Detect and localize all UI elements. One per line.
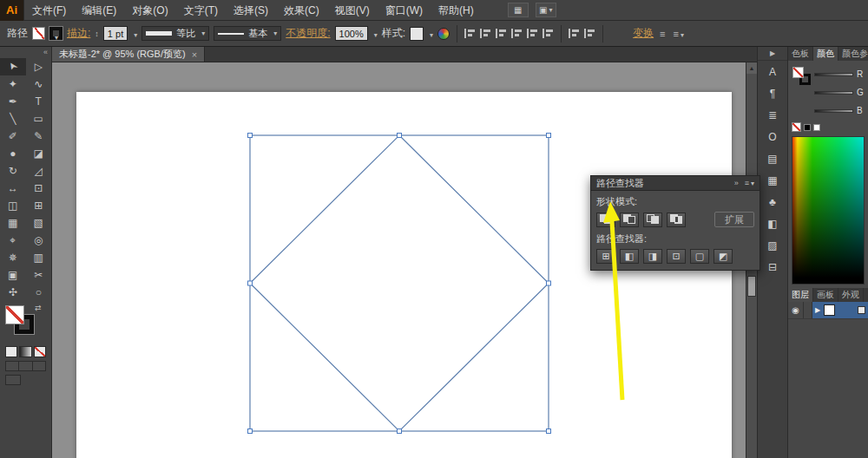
blob-brush-tool[interactable]: ●	[0, 145, 26, 162]
menu-item-file[interactable]: 文件(F)	[24, 0, 74, 21]
stroke-weight-spinner-icon[interactable]: ↕	[95, 29, 99, 38]
black-swatch[interactable]	[804, 124, 811, 131]
minus-back-button[interactable]: ◩	[713, 249, 733, 264]
menu-item-help[interactable]: 帮助(H)	[431, 0, 482, 21]
arrange-documents-icon[interactable]: ▦	[508, 3, 529, 17]
style-swatch[interactable]	[410, 27, 424, 41]
draw-normal-icon[interactable]	[6, 362, 19, 370]
symbol-sprayer-tool[interactable]: ✵	[0, 249, 26, 266]
draw-inside-icon[interactable]	[33, 362, 45, 370]
intersect-button[interactable]	[643, 213, 662, 227]
brushes-panel-icon[interactable]: ▨	[758, 234, 787, 256]
menu-item-window[interactable]: 窗口(W)	[378, 0, 431, 21]
links-panel-icon[interactable]: ⊟	[758, 256, 787, 278]
mesh-tool[interactable]: ▦	[0, 214, 26, 232]
workspace-switcher-icon[interactable]: ▣	[536, 3, 556, 17]
hand-tool[interactable]: ✣	[0, 284, 26, 301]
recolor-artwork-icon[interactable]	[437, 28, 450, 40]
glyphs-panel-icon[interactable]: ≣	[758, 104, 787, 126]
column-graph-tool[interactable]: ▥	[26, 249, 52, 266]
menu-item-edit[interactable]: 编辑(E)	[74, 0, 124, 21]
shape-builder-tool[interactable]: ◫	[0, 197, 26, 214]
trim-button[interactable]: ◧	[620, 249, 639, 264]
tab-appearance[interactable]: 外观	[838, 288, 864, 302]
exclude-button[interactable]	[667, 213, 686, 227]
distribute-horizontal-icon[interactable]	[569, 29, 580, 38]
scrollbar-thumb[interactable]	[747, 276, 756, 297]
brush-definition-dropdown[interactable]: 基本	[214, 26, 281, 41]
color-mode-button[interactable]	[5, 346, 17, 357]
distribute-vertical-icon[interactable]	[584, 29, 595, 38]
free-transform-tool[interactable]: ⊡	[26, 180, 52, 197]
blue-slider[interactable]	[814, 109, 853, 113]
stroke-link[interactable]: 描边:	[67, 26, 90, 41]
panel-menu-icon[interactable]: ≡	[745, 179, 754, 187]
tab-color-guide[interactable]: 颜色参考	[838, 47, 868, 61]
fill-color-swatch[interactable]	[32, 27, 45, 40]
merge-button[interactable]: ◨	[643, 249, 662, 264]
stroke-weight-field[interactable]: 1 pt	[103, 26, 128, 41]
menu-item-object[interactable]: 对象(O)	[124, 0, 175, 21]
swap-fill-stroke-icon[interactable]: ⇄	[35, 304, 42, 312]
symbols-panel-icon[interactable]: ♣	[758, 191, 787, 213]
width-tool[interactable]: ↔	[0, 180, 26, 197]
expand-button[interactable]: 扩展	[714, 212, 754, 227]
appearance-panel-icon[interactable]: ▤	[758, 147, 787, 169]
align-top-icon[interactable]	[511, 29, 523, 38]
drawing-modes-button[interactable]	[5, 361, 46, 371]
dock-expand-icon[interactable]: ▶	[758, 47, 787, 61]
zoom-tool[interactable]: ○	[26, 284, 52, 301]
screen-mode-button[interactable]	[5, 375, 21, 385]
align-center-icon[interactable]	[480, 29, 491, 38]
layer-selected-area[interactable]: ▶	[812, 302, 868, 318]
white-swatch[interactable]	[813, 124, 820, 131]
align-left-icon[interactable]	[464, 29, 476, 38]
blend-tool[interactable]: ◎	[26, 232, 52, 249]
tools-collapse-icon[interactable]: «	[0, 47, 51, 58]
style-dropdown-icon[interactable]	[428, 28, 433, 40]
opacity-link[interactable]: 不透明度:	[286, 26, 330, 41]
slice-tool[interactable]: ✂	[26, 266, 52, 284]
rotate-tool[interactable]: ↻	[0, 162, 26, 180]
crop-button[interactable]: ⊡	[667, 249, 686, 264]
character-panel-icon[interactable]: A	[758, 61, 787, 82]
magic-wand-tool[interactable]: ✦	[0, 75, 26, 93]
tab-layers[interactable]: 图层	[788, 288, 813, 302]
unite-button[interactable]	[596, 213, 615, 227]
transparency-panel-icon[interactable]: ▦	[758, 169, 787, 191]
tab-close-icon[interactable]: ×	[192, 49, 197, 60]
type-tool[interactable]: T	[26, 93, 52, 110]
panel-collapse-icon[interactable]: »	[734, 179, 739, 187]
eyedropper-tool[interactable]: ⌖	[0, 232, 26, 249]
menu-item-effect[interactable]: 效果(C)	[276, 0, 327, 21]
layer-expand-icon[interactable]: ▶	[815, 306, 820, 314]
panel-fill-stroke[interactable]	[792, 65, 814, 101]
transform-link[interactable]: 变换	[633, 26, 654, 41]
draw-behind-icon[interactable]	[19, 362, 32, 370]
tab-color[interactable]: 颜色	[813, 47, 838, 61]
align-right-icon[interactable]	[496, 29, 507, 38]
direct-selection-tool[interactable]: ▷	[26, 58, 52, 75]
opacity-field[interactable]: 100%	[335, 26, 368, 41]
scale-tool[interactable]: ◿	[26, 162, 52, 180]
align-middle-icon[interactable]	[527, 29, 538, 38]
divide-button[interactable]: ⊞	[596, 249, 615, 264]
pencil-tool[interactable]: ✎	[26, 128, 52, 145]
none-swatch[interactable]	[792, 122, 801, 132]
scroll-up-icon[interactable]: ▲	[746, 62, 757, 74]
color-spectrum[interactable]	[792, 136, 865, 285]
document-tab[interactable]: 未标题-2* @ 95% (RGB/预览) ×	[52, 47, 205, 62]
stroke-color-swatch[interactable]	[49, 27, 62, 40]
panel-fill-swatch[interactable]	[792, 67, 804, 78]
eraser-tool[interactable]: ◪	[26, 145, 52, 162]
paintbrush-tool[interactable]: ✐	[0, 128, 26, 145]
width-profile-dropdown[interactable]: 等比	[141, 26, 209, 41]
menu-item-view[interactable]: 视图(V)	[327, 0, 378, 21]
rectangle-tool[interactable]: ▭	[26, 110, 52, 128]
pathfinder-panel-header[interactable]: 路径查找器 » ≡	[591, 176, 760, 191]
gradient-mode-button[interactable]	[19, 346, 31, 357]
artboard-tool[interactable]: ▣	[0, 266, 26, 284]
menu-item-select[interactable]: 选择(S)	[226, 0, 276, 21]
outline-button[interactable]: ▢	[690, 249, 709, 264]
align-bottom-icon[interactable]	[542, 29, 554, 38]
